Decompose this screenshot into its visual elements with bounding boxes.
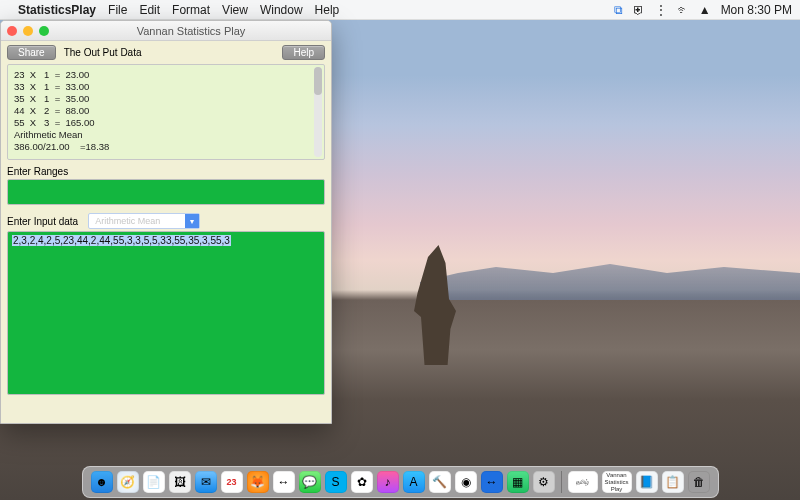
output-label: The Out Put Data	[64, 47, 142, 58]
xcode-icon[interactable]: 🔨	[429, 471, 451, 493]
messages-icon[interactable]: 💬	[299, 471, 321, 493]
window-titlebar[interactable]: Vannan Statistics Play	[1, 21, 331, 41]
menubar-help[interactable]: Help	[315, 3, 340, 17]
share-button[interactable]: Share	[7, 45, 56, 60]
menubar-window[interactable]: Window	[260, 3, 303, 17]
vannan-label[interactable]: Vannan Statistics Play	[602, 471, 632, 493]
numbers-icon[interactable]: ▦	[507, 471, 529, 493]
menubar-format[interactable]: Format	[172, 3, 210, 17]
dock-separator	[561, 471, 562, 493]
tamil-label[interactable]: தமிழ்	[568, 471, 598, 493]
minimize-icon[interactable]	[23, 26, 33, 36]
output-scrollbar-thumb[interactable]	[314, 67, 322, 95]
doc2-icon[interactable]: 📋	[662, 471, 684, 493]
mail-icon[interactable]: ✉	[195, 471, 217, 493]
input-data-value: 2,3,2,4,2,5,23,44,2,44,55,3,3,5,5,33,55,…	[12, 235, 231, 246]
output-text: 23 X 1 = 23.00 33 X 1 = 33.00 35 X 1 = 3…	[14, 69, 109, 152]
menubar-edit[interactable]: Edit	[139, 3, 160, 17]
menubar-file[interactable]: File	[108, 3, 127, 17]
itunes-icon[interactable]: ♪	[377, 471, 399, 493]
shield-status-icon[interactable]: ⛨	[633, 3, 645, 17]
photos-icon[interactable]: ✿	[351, 471, 373, 493]
zoom-icon[interactable]	[39, 26, 49, 36]
window-title: Vannan Statistics Play	[57, 25, 325, 37]
trash-icon[interactable]: 🗑	[688, 471, 710, 493]
wifi-icon[interactable]: ⋮	[655, 3, 667, 17]
method-select-text: Arithmetic Mean	[89, 216, 185, 226]
skype-icon[interactable]: S	[325, 471, 347, 493]
method-select[interactable]: Arithmetic Mean ▾	[88, 213, 200, 229]
chevron-down-icon[interactable]: ▾	[185, 214, 199, 228]
teamviewer-icon[interactable]: ↔	[273, 471, 295, 493]
output-textbox[interactable]: 23 X 1 = 23.00 33 X 1 = 33.00 35 X 1 = 3…	[7, 64, 325, 160]
volume-icon[interactable]: ▲	[699, 3, 711, 17]
settings-icon[interactable]: ⚙	[533, 471, 555, 493]
ranges-input[interactable]	[7, 179, 325, 205]
wifi-icon[interactable]: ᯤ	[677, 3, 689, 17]
menubar-app-name[interactable]: StatisticsPlay	[18, 3, 96, 17]
input-data-textbox[interactable]: 2,3,2,4,2,5,23,44,2,44,55,3,3,5,5,33,55,…	[7, 231, 325, 395]
firefox-icon[interactable]: 🦊	[247, 471, 269, 493]
dock-wrap: ☻🧭📄🖼✉23🦊↔💬S✿♪A🔨◉↔▦⚙தமிழ்Vannan Statistic…	[0, 466, 800, 498]
preview-icon[interactable]: 🖼	[169, 471, 191, 493]
teamviewer-status-icon[interactable]: ⧉	[614, 3, 623, 17]
dock: ☻🧭📄🖼✉23🦊↔💬S✿♪A🔨◉↔▦⚙தமிழ்Vannan Statistic…	[82, 466, 719, 498]
close-icon[interactable]	[7, 26, 17, 36]
calendar-icon[interactable]: 23	[221, 471, 243, 493]
menubar-view[interactable]: View	[222, 3, 248, 17]
help-button[interactable]: Help	[282, 45, 325, 60]
appstore-icon[interactable]: A	[403, 471, 425, 493]
safari-icon[interactable]: 🧭	[117, 471, 139, 493]
textedit-icon[interactable]: 📄	[143, 471, 165, 493]
finder-icon[interactable]: ☻	[91, 471, 113, 493]
input-data-label: Enter Input data	[7, 216, 78, 227]
ranges-label: Enter Ranges	[7, 166, 325, 177]
doc1-icon[interactable]: 📘	[636, 471, 658, 493]
menubar-clock[interactable]: Mon 8:30 PM	[721, 3, 792, 17]
menubar: StatisticsPlay File Edit Format View Win…	[0, 0, 800, 20]
teamviewer2-icon[interactable]: ↔	[481, 471, 503, 493]
chrome-icon[interactable]: ◉	[455, 471, 477, 493]
app-window: Vannan Statistics Play Share The Out Put…	[0, 20, 332, 424]
